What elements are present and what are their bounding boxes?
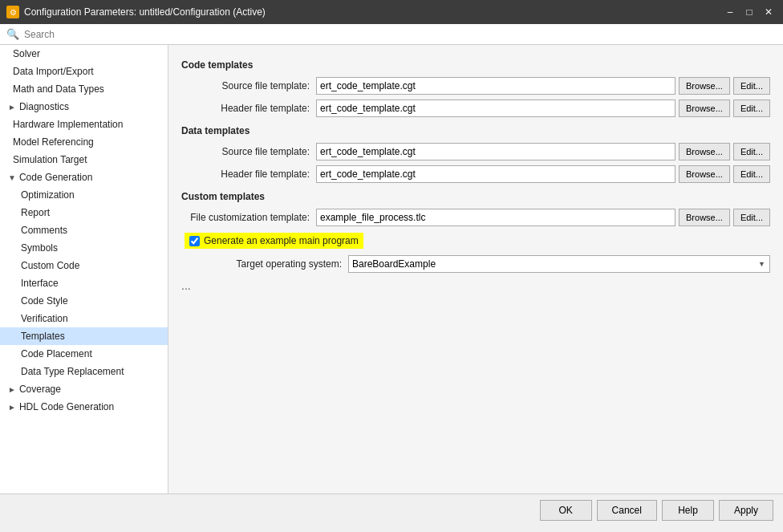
generate-main-highlight: Generate an example main program xyxy=(185,233,363,249)
sidebar-item-label: Diagnostics xyxy=(19,101,69,112)
target-os-select[interactable]: BareBoardExample VxWorksExample xyxy=(348,255,770,273)
file-customization-row: File customization template: Browse... E… xyxy=(181,209,770,226)
sidebar-item-label: HDL Code Generation xyxy=(19,401,114,412)
sidebar-item-templates[interactable]: Templates xyxy=(0,327,168,345)
sidebar-item-custom-code[interactable]: Custom Code xyxy=(0,257,168,274)
file-customization-edit-button[interactable]: Edit... xyxy=(733,209,770,226)
search-bar: 🔍 xyxy=(0,24,783,45)
sidebar-item-label: Hardware Implementation xyxy=(13,119,123,130)
data-source-edit-button[interactable]: Edit... xyxy=(733,143,770,160)
sidebar-item-coverage[interactable]: ► Coverage xyxy=(0,380,168,398)
target-os-wrapper: BareBoardExample VxWorksExample xyxy=(348,255,770,273)
sidebar-item-hdl-code-generation[interactable]: ► HDL Code Generation xyxy=(0,398,168,416)
custom-templates-title: Custom templates xyxy=(181,191,770,202)
sidebar-item-code-generation[interactable]: ▼ Code Generation xyxy=(0,169,168,186)
sidebar: Solver Data Import/Export Math and Data … xyxy=(0,45,168,493)
content-area: Code templates Source file template: Bro… xyxy=(168,45,783,493)
sidebar-item-label: Templates xyxy=(21,331,65,342)
generate-main-row: Generate an example main program xyxy=(185,233,770,249)
sidebar-item-label: Custom Code xyxy=(21,260,79,271)
sidebar-item-data-import-export[interactable]: Data Import/Export xyxy=(0,63,168,80)
sidebar-item-label: Symbols xyxy=(21,242,58,254)
search-icon: 🔍 xyxy=(6,28,19,40)
sidebar-item-report[interactable]: Report xyxy=(0,204,168,221)
title-bar: ⚙ Configuration Parameters: untitled/Con… xyxy=(0,0,783,24)
sidebar-item-label: Model Referencing xyxy=(13,136,94,148)
expand-icon: ► xyxy=(8,103,16,112)
data-header-edit-button[interactable]: Edit... xyxy=(733,165,770,183)
sidebar-item-label: Interface xyxy=(21,278,59,289)
data-source-input[interactable] xyxy=(316,143,675,160)
sidebar-item-symbols[interactable]: Symbols xyxy=(0,239,168,257)
sidebar-item-label: Solver xyxy=(13,48,40,59)
code-source-edit-button[interactable]: Edit... xyxy=(733,77,770,95)
target-os-row: Target operating system: BareBoardExampl… xyxy=(181,255,770,273)
code-header-input[interactable] xyxy=(316,99,675,117)
code-header-label: Header file template: xyxy=(181,103,310,114)
ellipsis: ... xyxy=(181,279,770,292)
sidebar-item-label: Code Generation xyxy=(19,172,92,183)
expand-icon: ► xyxy=(8,403,16,412)
apply-button[interactable]: Apply xyxy=(719,500,773,521)
file-customization-browse-button[interactable]: Browse... xyxy=(679,209,730,226)
generate-main-label[interactable]: Generate an example main program xyxy=(204,235,359,246)
search-input[interactable] xyxy=(24,29,777,40)
sidebar-item-label: Report xyxy=(21,207,50,218)
expand-icon: ▼ xyxy=(8,173,16,182)
code-source-input[interactable] xyxy=(316,77,675,95)
data-templates-title: Data templates xyxy=(181,125,770,136)
sidebar-item-code-placement[interactable]: Code Placement xyxy=(0,345,168,363)
sidebar-item-label: Code Placement xyxy=(21,348,92,359)
cancel-button[interactable]: Cancel xyxy=(597,500,657,521)
data-source-row: Source file template: Browse... Edit... xyxy=(181,143,770,160)
sidebar-item-label: Comments xyxy=(21,225,67,236)
sidebar-item-data-type-replacement[interactable]: Data Type Replacement xyxy=(0,363,168,380)
app-icon: ⚙ xyxy=(6,6,19,18)
close-button[interactable]: ✕ xyxy=(761,4,777,20)
code-header-edit-button[interactable]: Edit... xyxy=(733,99,770,117)
sidebar-item-label: Verification xyxy=(21,313,68,324)
data-source-browse-button[interactable]: Browse... xyxy=(679,143,730,160)
sidebar-item-label: Math and Data Types xyxy=(13,83,104,95)
ok-button[interactable]: OK xyxy=(540,500,592,521)
footer-bar: OK Cancel Help Apply xyxy=(0,493,783,526)
expand-icon: ► xyxy=(8,385,16,394)
code-source-browse-button[interactable]: Browse... xyxy=(679,77,730,95)
sidebar-item-model-referencing[interactable]: Model Referencing xyxy=(0,133,168,151)
sidebar-item-hardware-implementation[interactable]: Hardware Implementation xyxy=(0,116,168,133)
data-header-label: Header file template: xyxy=(181,169,310,180)
sidebar-item-label: Optimization xyxy=(21,189,75,201)
sidebar-item-comments[interactable]: Comments xyxy=(0,221,168,239)
target-os-label: Target operating system: xyxy=(181,258,342,270)
file-customization-label: File customization template: xyxy=(181,212,310,223)
sidebar-item-solver[interactable]: Solver xyxy=(0,45,168,63)
sidebar-item-label: Simulation Target xyxy=(13,154,87,165)
sidebar-item-interface[interactable]: Interface xyxy=(0,274,168,292)
sidebar-item-code-style[interactable]: Code Style xyxy=(0,292,168,310)
data-header-row: Header file template: Browse... Edit... xyxy=(181,165,770,183)
main-container: Solver Data Import/Export Math and Data … xyxy=(0,45,783,493)
code-header-browse-button[interactable]: Browse... xyxy=(679,99,730,117)
code-header-row: Header file template: Browse... Edit... xyxy=(181,99,770,117)
file-customization-input[interactable] xyxy=(316,209,675,226)
window-title: Configuration Parameters: untitled/Confi… xyxy=(24,6,722,18)
sidebar-item-label: Data Import/Export xyxy=(13,66,94,77)
sidebar-item-diagnostics[interactable]: ► Diagnostics xyxy=(0,98,168,116)
minimize-button[interactable]: – xyxy=(722,4,738,20)
sidebar-item-label: Code Style xyxy=(21,295,68,307)
code-templates-title: Code templates xyxy=(181,59,770,71)
window-controls: – □ ✕ xyxy=(722,4,777,20)
sidebar-item-verification[interactable]: Verification xyxy=(0,310,168,327)
generate-main-checkbox[interactable] xyxy=(189,236,200,246)
code-source-row: Source file template: Browse... Edit... xyxy=(181,77,770,95)
sidebar-item-math-data-types[interactable]: Math and Data Types xyxy=(0,80,168,98)
maximize-button[interactable]: □ xyxy=(741,4,757,20)
help-button[interactable]: Help xyxy=(662,500,714,521)
sidebar-item-label: Data Type Replacement xyxy=(21,366,124,377)
sidebar-item-label: Coverage xyxy=(19,384,61,395)
data-header-browse-button[interactable]: Browse... xyxy=(679,165,730,183)
sidebar-item-optimization[interactable]: Optimization xyxy=(0,186,168,204)
sidebar-item-simulation-target[interactable]: Simulation Target xyxy=(0,151,168,169)
data-header-input[interactable] xyxy=(316,165,675,183)
code-source-label: Source file template: xyxy=(181,80,310,91)
